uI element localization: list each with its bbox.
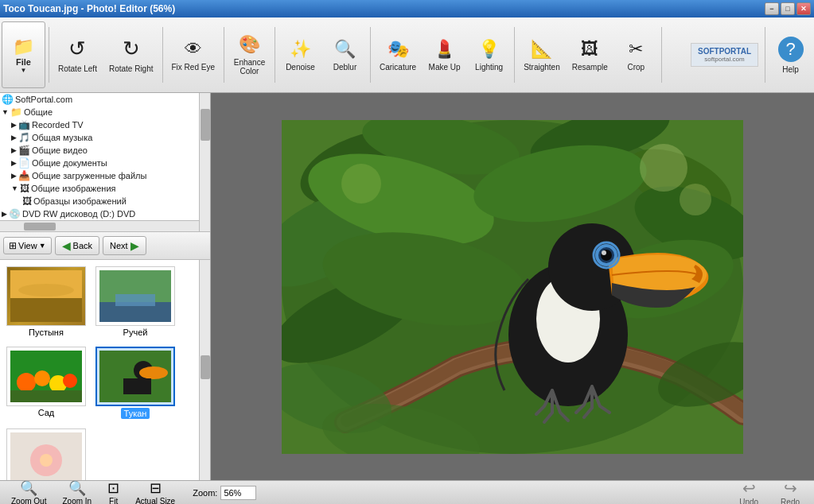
straighten-button[interactable]: 📐 Straighten (518, 21, 566, 88)
tree-item-docs[interactable]: ▶ 📄 Общие документы (0, 157, 200, 169)
fit-label: Fit (109, 497, 118, 504)
denoise-icon: ✨ (290, 39, 311, 60)
minimize-button[interactable]: − (765, 2, 779, 15)
tv-icon: 📺 (18, 119, 30, 130)
sample-icon: 🖼 (22, 196, 32, 207)
separator-1 (49, 27, 49, 83)
back-label: Back (73, 241, 92, 250)
tree-scrollbar[interactable] (199, 93, 210, 231)
restore-button[interactable]: □ (781, 2, 795, 15)
resample-label: Resample (572, 63, 608, 72)
actual-size-button[interactable]: ⊟ Actual Size (130, 478, 180, 504)
make-up-button[interactable]: 💄 Make Up (423, 21, 466, 88)
thumb-desert[interactable]: Пустыня (5, 265, 88, 339)
zoom-in-label: Zoom In (62, 497, 92, 504)
rotate-right-button[interactable]: ↻ Rotate Right (103, 21, 159, 88)
next-arrow-icon: ▶ (130, 239, 139, 252)
view-button[interactable]: ⊞ View ▼ (3, 237, 52, 254)
separator-5 (370, 27, 371, 83)
main-image (282, 120, 743, 454)
fix-red-eye-icon: 👁 (185, 39, 202, 60)
back-button[interactable]: ◀ Back (55, 236, 99, 255)
deblur-label: Deblur (333, 63, 356, 72)
zoom-out-button[interactable]: 🔍 Zoom Out (6, 478, 51, 504)
enhance-color-button[interactable]: 🎨 EnhanceColor (228, 21, 271, 88)
thumb-toucan[interactable]: Тукан (94, 345, 177, 421)
deblur-button[interactable]: 🔍 Deblur (323, 21, 367, 88)
fix-red-eye-button[interactable]: 👁 Fix Red Eye (166, 21, 220, 88)
status-bar: 🔍 Zoom Out 🔍 Zoom In ⊡ Fit ⊟ Actual Size… (0, 480, 814, 504)
fit-icon: ⊡ (107, 479, 119, 497)
tree-item-sample-images[interactable]: 🖼 Образцы изображений (0, 195, 200, 207)
next-button[interactable]: Next ▶ (103, 236, 146, 255)
help-button[interactable]: ? Help (769, 21, 812, 88)
view-grid-icon: ⊞ (9, 240, 17, 251)
window-title: Toco Toucan.jpg - Photo! Editor (56%) (3, 3, 175, 14)
make-up-label: Make Up (429, 63, 461, 72)
svg-point-12 (63, 374, 77, 388)
tree-item-video[interactable]: ▶ 🎬 Общие видео (0, 144, 200, 157)
denoise-button[interactable]: ✨ Denoise (278, 21, 322, 88)
left-panel: 🌐 SoftPortal.com ▼ 📁 Общие ▶ 📺 Recorded … (0, 93, 211, 480)
rotate-right-label: Rotate Right (109, 64, 154, 73)
svg-rect-1 (10, 294, 82, 322)
close-button[interactable]: ✕ (796, 2, 811, 15)
thumb-toucan-label: Тукан (121, 408, 150, 419)
redo-button[interactable]: ↪ Redo (773, 477, 808, 504)
file-button[interactable]: 📁 File ▼ (2, 21, 45, 88)
zoom-in-button[interactable]: 🔍 Zoom In (57, 478, 96, 504)
tree-item-label: Общая музыка (32, 133, 92, 142)
caricature-label: Caricature (380, 63, 416, 72)
thumb-scrollbar[interactable] (199, 260, 210, 480)
svg-point-10 (34, 370, 50, 386)
tree-item-label: Recorded TV (32, 120, 84, 130)
view-label: View (18, 241, 37, 250)
thumb-hibiscus[interactable]: Цветы гибискуса (5, 427, 88, 480)
thumb-stream-img (95, 266, 175, 326)
rotate-left-label: Rotate Left (58, 64, 97, 73)
fit-button[interactable]: ⊡ Fit (103, 478, 124, 504)
straighten-icon: 📐 (531, 39, 552, 60)
tree-hscrollbar[interactable] (0, 220, 199, 231)
tree-item-softportal[interactable]: 🌐 SoftPortal.com (0, 93, 200, 106)
undo-button[interactable]: ↩ Undo (731, 477, 766, 504)
tree-item-music[interactable]: ▶ 🎵 Общая музыка (0, 131, 200, 144)
svg-point-9 (17, 373, 36, 392)
zoom-value-input[interactable] (220, 486, 256, 500)
lighting-icon: 💡 (478, 39, 500, 60)
tree-item-label: DVD RW дисковод (D:) DVD (22, 209, 135, 219)
rotate-left-button[interactable]: ↺ Rotate Left (53, 21, 103, 88)
thumb-garden[interactable]: Сад (5, 345, 88, 421)
rotate-left-icon: ↺ (68, 37, 86, 61)
actual-size-label: Actual Size (135, 497, 175, 504)
image-viewer (211, 93, 814, 480)
tree-item-dvd[interactable]: ▶ 💿 DVD RW дисковод (D:) DVD (0, 207, 200, 220)
tree-item-images[interactable]: ▼ 🖼 Общие изображения (0, 182, 200, 195)
nav-bar: ⊞ View ▼ ◀ Back Next ▶ (0, 232, 210, 260)
deblur-icon: 🔍 (334, 39, 356, 60)
tree-item-downloads[interactable]: ▶ 📥 Общие загруженные файлы (0, 169, 200, 182)
denoise-label: Denoise (286, 63, 315, 72)
tree-item-recorded-tv[interactable]: ▶ 📺 Recorded TV (0, 118, 200, 131)
video-icon: 🎬 (18, 145, 30, 156)
thumb-garden-label: Сад (38, 408, 55, 417)
caricature-icon: 🎭 (388, 39, 409, 60)
thumb-stream[interactable]: Ручей (94, 265, 177, 339)
thumb-desert-img (6, 266, 86, 326)
thumb-garden-img (6, 347, 86, 406)
caricature-button[interactable]: 🎭 Caricature (374, 21, 422, 88)
crop-button[interactable]: ✂ Crop (614, 21, 658, 88)
file-label: File (16, 57, 31, 67)
resample-button[interactable]: 🖼 Resample (567, 21, 613, 88)
redo-label: Redo (781, 498, 800, 504)
lighting-button[interactable]: 💡 Lighting (467, 21, 511, 88)
docs-icon: 📄 (18, 157, 30, 169)
svg-rect-7 (115, 294, 155, 306)
tree-item-obshie[interactable]: ▼ 📁 Общие (0, 106, 200, 118)
svg-point-3 (18, 284, 74, 297)
make-up-icon: 💄 (434, 39, 455, 60)
svg-point-16 (139, 366, 168, 379)
tree-scroll-area: 🌐 SoftPortal.com ▼ 📁 Общие ▶ 📺 Recorded … (0, 93, 200, 220)
thumbnail-grid: Пустыня Ручей (0, 260, 210, 480)
undo-label: Undo (739, 498, 758, 504)
